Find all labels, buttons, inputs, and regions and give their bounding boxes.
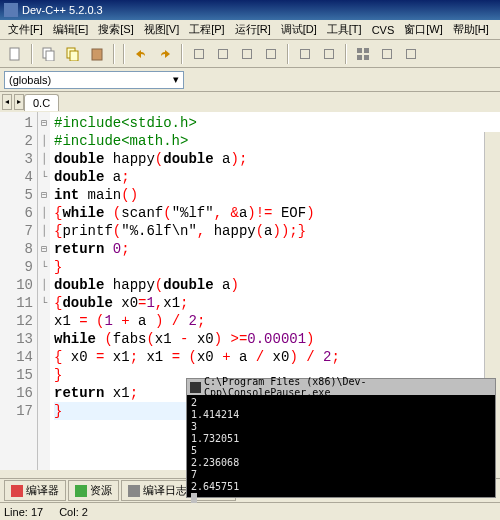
svg-rect-4 [70, 51, 78, 61]
tool-b-button[interactable] [212, 43, 234, 65]
menu-item[interactable]: CVS [368, 22, 399, 38]
tool-e-button[interactable] [294, 43, 316, 65]
redo-button[interactable] [154, 43, 176, 65]
svg-rect-2 [46, 51, 54, 61]
combo-value: (globals) [9, 74, 51, 86]
tool-a-button[interactable] [188, 43, 210, 65]
menu-item[interactable]: 编辑[E] [49, 20, 92, 39]
status-col: 2 [82, 506, 88, 518]
console-title-text: C:\Program Files (x86)\Dev-Cpp\ConsolePa… [204, 376, 492, 398]
bottom-tab[interactable]: 资源 [68, 480, 119, 501]
menubar: 文件[F]编辑[E]搜索[S]视图[V]工程[P]运行[R]调试[D]工具[T]… [0, 20, 500, 40]
app-icon [4, 3, 18, 17]
menu-item[interactable]: 运行[R] [231, 20, 275, 39]
menu-item[interactable]: 帮助[H] [449, 20, 493, 39]
tab-label: 0.C [33, 97, 50, 109]
svg-rect-9 [364, 55, 369, 60]
bottom-tab[interactable]: 编译日志 [121, 480, 194, 501]
titlebar: Dev-C++ 5.2.0.3 [0, 0, 500, 20]
tab-file[interactable]: 0.C [24, 94, 59, 111]
bottom-tab[interactable]: 编译器 [4, 480, 66, 501]
console-window[interactable]: C:\Program Files (x86)\Dev-Cpp\ConsolePa… [186, 378, 496, 498]
tool-g-button[interactable] [376, 43, 398, 65]
tool-c-button[interactable] [236, 43, 258, 65]
gutter: 1234567891011121314151617 [0, 112, 38, 470]
undo-button[interactable] [130, 43, 152, 65]
copy2-button[interactable] [62, 43, 84, 65]
svg-rect-5 [92, 49, 102, 60]
console-output: 21.41421431.73205152.23606872.645751 [187, 395, 495, 507]
combo-bar: (globals) ▾ [0, 68, 500, 92]
new-button[interactable] [4, 43, 26, 65]
svg-rect-8 [357, 55, 362, 60]
copy-button[interactable] [38, 43, 60, 65]
console-icon [190, 382, 201, 393]
toolbar-1 [0, 40, 500, 68]
menu-item[interactable]: 调试[D] [277, 20, 321, 39]
tabstrip: ◂ ▸ 0.C [0, 92, 500, 112]
svg-rect-7 [364, 48, 369, 53]
svg-rect-6 [357, 48, 362, 53]
status-col-label: Col: [59, 506, 79, 518]
menu-item[interactable]: 文件[F] [4, 20, 47, 39]
tool-f-button[interactable] [318, 43, 340, 65]
dropdown-icon: ▾ [173, 73, 179, 86]
console-titlebar[interactable]: C:\Program Files (x86)\Dev-Cpp\ConsolePa… [187, 379, 495, 395]
menu-item[interactable]: 工具[T] [323, 20, 366, 39]
tool-h-button[interactable] [400, 43, 422, 65]
paste-button[interactable] [86, 43, 108, 65]
fold-column[interactable]: ⊟││└⊟││⊟└│└ [38, 112, 50, 470]
status-line: 17 [31, 506, 43, 518]
window-title: Dev-C++ 5.2.0.3 [22, 4, 103, 16]
tab-left-arrow[interactable]: ◂ [2, 94, 12, 110]
menu-item[interactable]: 视图[V] [140, 20, 183, 39]
menu-item[interactable]: 工程[P] [185, 20, 228, 39]
tool-d-button[interactable] [260, 43, 282, 65]
tab-right-arrow[interactable]: ▸ [14, 94, 24, 110]
globals-combo[interactable]: (globals) ▾ [4, 71, 184, 89]
grid-button[interactable] [352, 43, 374, 65]
status-line-label: Line: [4, 506, 28, 518]
menu-item[interactable]: 窗口[W] [400, 20, 447, 39]
svg-rect-0 [10, 48, 19, 60]
menu-item[interactable]: 搜索[S] [94, 20, 137, 39]
